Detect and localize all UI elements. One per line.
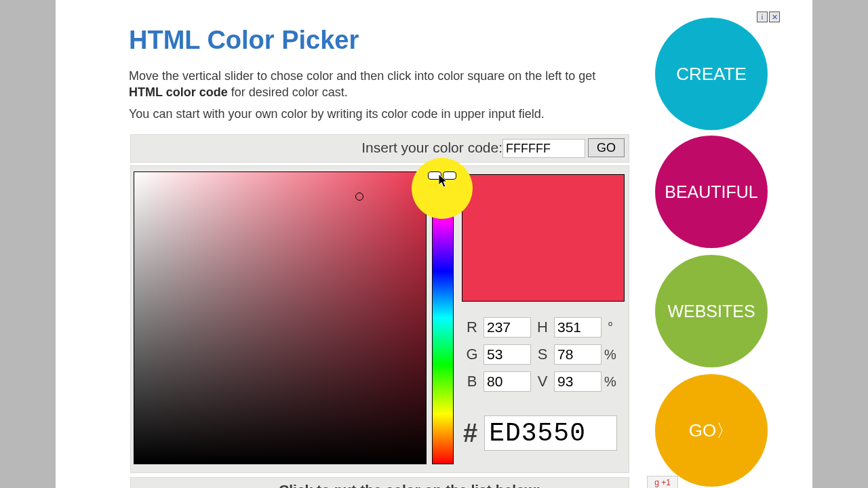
v-input[interactable] <box>554 371 601 392</box>
ad-info-icon[interactable]: i <box>757 12 768 22</box>
ad-bubble-websites[interactable]: WEBSITES <box>655 255 768 367</box>
intro-a: Move the vertical slider to chose color … <box>129 69 595 83</box>
s-label: S <box>534 346 551 363</box>
intro-text: Move the vertical slider to chose color … <box>129 68 617 101</box>
h-label: H <box>534 319 551 336</box>
r-label: R <box>463 319 481 336</box>
ad-bubble-create[interactable]: CREATE <box>655 18 768 130</box>
hex-input[interactable] <box>484 415 617 451</box>
ad-bubble-beautiful[interactable]: BEAUTIFUL <box>655 136 768 248</box>
b-input[interactable] <box>484 371 531 392</box>
h-unit: ° <box>604 320 616 336</box>
value-grid: R H ° G S % B V % <box>463 314 626 395</box>
color-preview <box>462 174 625 302</box>
intro-c: for desired color cast. <box>228 85 348 99</box>
v-label: V <box>534 373 551 390</box>
sv-cursor-icon[interactable] <box>355 192 363 201</box>
color-code-input[interactable] <box>502 139 585 158</box>
go-button[interactable]: GO <box>588 138 625 157</box>
color-picker-panel: R H ° G S % B V % # <box>130 165 629 473</box>
ad-controls: i ✕ <box>755 12 780 22</box>
g-label: G <box>463 346 481 363</box>
hex-row: # <box>463 415 617 451</box>
s-unit: % <box>604 347 616 363</box>
color-code-label: Insert your color code: <box>361 140 502 156</box>
page: HTML Color Picker Move the vertical slid… <box>56 0 812 488</box>
hash-icon: # <box>463 419 477 448</box>
g-input[interactable] <box>484 344 531 365</box>
ad-bubble-go[interactable]: GO〉 <box>655 374 768 487</box>
intro-2: You can start with your own color by wri… <box>129 107 617 121</box>
intro-b: HTML color code <box>129 85 228 99</box>
r-input[interactable] <box>484 317 531 338</box>
cursor-arrow-icon <box>439 174 450 189</box>
saturation-value-square[interactable] <box>134 171 427 464</box>
s-input[interactable] <box>554 344 601 365</box>
ad-close-icon[interactable]: ✕ <box>769 12 780 22</box>
footer-bar: Click to put the color on the list below… <box>130 477 629 488</box>
page-title: HTML Color Picker <box>129 26 359 55</box>
b-label: B <box>463 373 481 390</box>
h-input[interactable] <box>554 317 601 338</box>
v-unit: % <box>604 374 616 390</box>
google-plus-button[interactable]: g +1 <box>647 476 678 488</box>
color-code-toolbar: Insert your color code: GO <box>130 134 629 163</box>
footer-text: Click to put the color on the list below… <box>279 482 540 488</box>
